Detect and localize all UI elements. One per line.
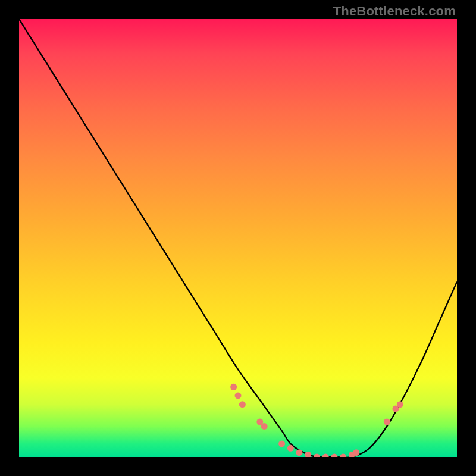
curve-group xyxy=(19,19,457,457)
data-marker xyxy=(296,449,303,456)
data-marker xyxy=(314,454,320,458)
bottleneck-curve xyxy=(19,19,457,457)
watermark-text: TheBottleneck.com xyxy=(333,4,456,19)
data-marker xyxy=(287,445,294,452)
chart-svg xyxy=(19,19,457,457)
data-marker xyxy=(322,454,329,458)
data-marker xyxy=(261,423,268,430)
data-marker xyxy=(239,401,246,408)
chart-frame: TheBottleneck.com xyxy=(0,0,476,476)
data-marker xyxy=(235,392,242,399)
data-marker xyxy=(278,440,285,447)
data-marker xyxy=(340,454,346,458)
data-marker xyxy=(305,452,311,457)
data-marker xyxy=(384,419,390,425)
plot-area xyxy=(19,19,457,457)
data-marker xyxy=(230,384,237,390)
data-marker xyxy=(353,449,359,456)
data-marker xyxy=(397,401,403,408)
data-marker xyxy=(331,454,337,458)
